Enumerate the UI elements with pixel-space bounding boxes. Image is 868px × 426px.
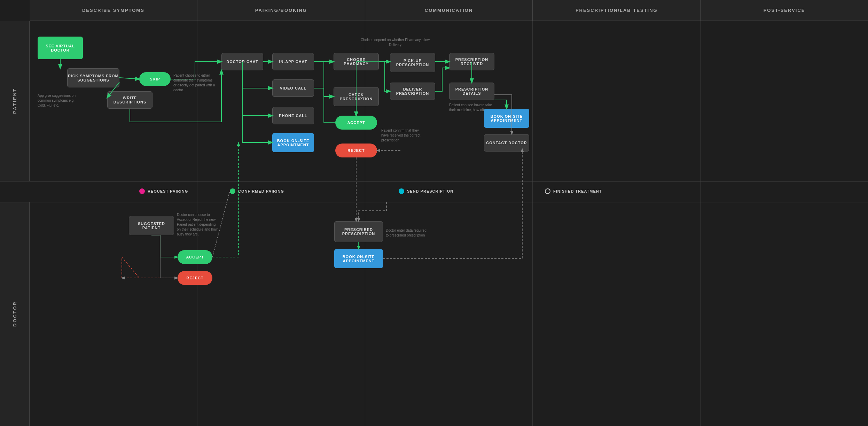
- header-communication: COMMUNICATION: [365, 0, 533, 21]
- annotation-patient-confirm: Patient confirm that they have received …: [381, 128, 423, 143]
- diagram-container: DESCRIBE SYMPTOMS PAIRING/BOOKING COMMUN…: [0, 0, 868, 426]
- milestone-request-pairing: REQUEST PAIRING: [139, 188, 188, 194]
- book-onsite-comm-node: BOOK ON-SITE APPOINTMENT: [272, 133, 314, 152]
- choose-pharmacy-node: CHOOSE PHARMACY: [334, 53, 379, 70]
- check-prescription-node: CHECK PRESCRIPTION: [334, 87, 379, 106]
- milestone-confirmed-pairing: CONFIRMED PAIRING: [230, 188, 284, 194]
- contact-doctor-node: CONTACT DOCTOR: [484, 134, 529, 152]
- reject-doctor-node: REJECT: [178, 271, 212, 285]
- milestone-label-request: REQUEST PAIRING: [148, 189, 188, 193]
- in-app-chat-node: IN-APP CHAT: [272, 53, 314, 70]
- annotation-app-suggestions: App give suggestions on common symptoms …: [38, 93, 79, 108]
- book-onsite-post-node: BOOK ON-SITE APPOINTMENT: [484, 109, 529, 128]
- header-label-prescription: PRESCRIPTION/LAB TESTING: [576, 8, 658, 13]
- annotation-doctor-enter: Doctor enter data required to prescribed…: [386, 228, 428, 238]
- swimlane-bottom-divider: [0, 202, 868, 202]
- prescription-received-node: PRESCRIPTION RECEIVED: [449, 53, 494, 70]
- book-onsite-doctor-node: BOOK ON-SITE APPOINTMENT: [334, 249, 383, 268]
- header-label-pairing: PAIRING/BOOKING: [255, 8, 307, 13]
- see-virtual-doctor-node: SEE VIRTUAL DOCTOR: [38, 37, 83, 59]
- doctor-row-label: DOCTOR: [0, 202, 30, 426]
- milestone-dot-finished: [545, 188, 550, 194]
- header-label-post: POST-SERVICE: [764, 8, 805, 13]
- header-pairing: PAIRING/BOOKING: [197, 0, 365, 21]
- milestone-label-send: SEND PRESCRIPTION: [407, 189, 453, 193]
- accept-doctor-node: ACCEPT: [178, 250, 212, 264]
- header-prescription: PRESCRIPTION/LAB TESTING: [533, 0, 701, 21]
- pick-symptoms-node: PICK SYMPTOMS FROM SUGGESTIONS: [67, 68, 119, 87]
- header-label-describe: DESCRIBE SYMPTOMS: [82, 8, 144, 13]
- skip-node: SKIP: [139, 72, 171, 86]
- milestone-dot-request: [139, 188, 145, 194]
- milestone-dot-send: [399, 188, 404, 194]
- pickup-prescription-node: PICK-UP PRESCRIPTION: [390, 53, 435, 72]
- doctor-chat-node: DOCTOR CHAT: [221, 53, 263, 70]
- milestones-row: REQUEST PAIRING CONFIRMED PAIRING SEND P…: [30, 181, 868, 202]
- pharmacy-note: Choices depend on whether Pharmacy allow…: [360, 38, 430, 47]
- deliver-prescription-node: DELIVER PRESCRIPTION: [390, 83, 435, 100]
- video-call-node: VIDEO CALL: [272, 79, 314, 97]
- column-headers: DESCRIBE SYMPTOMS PAIRING/BOOKING COMMUN…: [30, 0, 868, 21]
- milestone-label-confirmed: CONFIRMED PAIRING: [238, 189, 284, 193]
- prescribed-prescription-node: PRESCRIBED PRESCRIPTION: [334, 221, 383, 242]
- milestone-send-prescription: SEND PRESCRIPTION: [399, 188, 453, 194]
- suggested-patient-node: SUGGESTED PATIENT: [129, 216, 174, 235]
- prescription-details-node: PRESCRIPTION DETAILS: [449, 83, 494, 100]
- annotation-doctor-choice: Doctor can choose to Accept or Reject th…: [177, 212, 219, 237]
- milestone-finished-treatment: FINISHED TREATMENT: [545, 188, 602, 194]
- phone-call-node: PHONE CALL: [272, 107, 314, 124]
- accept-patient-node: ACCEPT: [335, 116, 377, 130]
- header-label-comm: COMMUNICATION: [425, 8, 473, 13]
- annotation-patient-choice: Patient choose to either elaborate their…: [173, 73, 215, 93]
- milestone-dot-confirmed: [230, 188, 235, 194]
- write-descriptions-node: WRITE DESCRIPTIONS: [107, 91, 153, 109]
- header-describe-symptoms: DESCRIBE SYMPTOMS: [30, 0, 197, 21]
- header-post-service: POST-SERVICE: [701, 0, 868, 21]
- patient-row-label: PATIENT: [0, 21, 30, 181]
- reject-patient-node: REJECT: [335, 144, 377, 157]
- milestone-label-finished: FINISHED TREATMENT: [553, 189, 602, 193]
